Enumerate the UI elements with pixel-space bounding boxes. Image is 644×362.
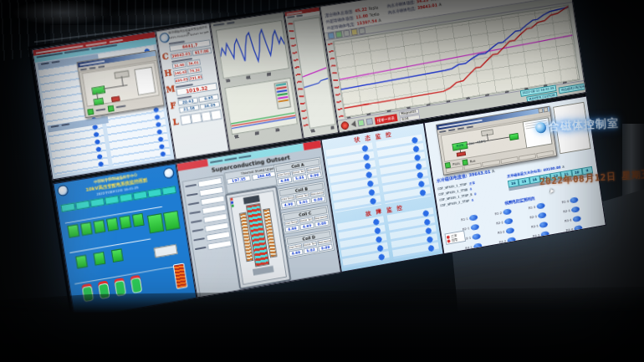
checkbox-green[interactable]	[87, 108, 94, 115]
resistance-cell-label: R3-3	[531, 223, 539, 228]
breaker-box[interactable]	[111, 248, 124, 263]
chmfl-letter: L	[172, 117, 179, 127]
resistance-cell-label: R3-4	[565, 217, 572, 222]
resistance-indicator	[471, 223, 480, 230]
resistance-cell: R5-2	[500, 242, 534, 249]
mouse-cursor	[550, 189, 555, 194]
resistance-indicator	[542, 240, 551, 247]
screen-superconducting-outsert: Superconducting Outsert Thermal Shield U…	[176, 140, 341, 298]
cdf-tag-value: 0	[471, 197, 473, 203]
resistance-legend: 正常 报警	[445, 231, 466, 245]
checkbox-run-label: Run	[469, 158, 476, 163]
chmfl-letter: C	[161, 52, 169, 62]
breaker-box[interactable]	[106, 217, 119, 232]
flow-node-green[interactable]	[93, 98, 104, 106]
resistance-cell: R4-3	[532, 227, 566, 239]
checkbox-green[interactable]	[108, 105, 115, 111]
feeder-box[interactable]	[163, 211, 181, 231]
flow-node-red	[111, 96, 120, 102]
b4-control-dialog[interactable]: RUN ALL : RMPS Plots	[436, 106, 557, 176]
breaker-box[interactable]	[119, 215, 131, 229]
speaker-icon[interactable]	[350, 120, 356, 128]
resistance-indicator	[571, 206, 580, 212]
safety-value-3: 817.06	[192, 48, 212, 56]
alarm-banner[interactable]: 报警一览表	[375, 114, 397, 125]
resistance-cell-label: R1-2	[494, 211, 502, 216]
chmfl-letter: H	[164, 68, 173, 78]
fault-rows-right	[387, 207, 440, 259]
floor	[0, 287, 644, 362]
toolbar-icon[interactable]	[366, 118, 374, 125]
bus-line	[69, 238, 151, 253]
flow-node-green[interactable]	[509, 133, 519, 140]
resistance-indicator	[539, 221, 549, 227]
resistance-indicator	[574, 224, 583, 231]
coil-inlet-value: 4.90	[281, 201, 296, 209]
coil-outlet-value: 4.89	[299, 222, 314, 231]
toolbar-icon[interactable]	[350, 28, 358, 36]
resistance-indicator	[503, 208, 512, 215]
breaker-box[interactable]	[132, 213, 145, 227]
resistance-indicator	[573, 215, 582, 222]
toolbar-icon[interactable]	[343, 29, 350, 37]
inner-current-value: 39643.01	[417, 3, 438, 10]
breaker-box[interactable]	[93, 220, 105, 234]
resistance-cell-label: R4-2	[498, 239, 506, 244]
resistance-cell-label: R4-3	[533, 233, 540, 238]
toolbar-icon[interactable]	[359, 28, 366, 35]
max-current-unit: A	[562, 165, 565, 169]
toolbar-icon[interactable]	[328, 32, 335, 39]
total-field-unit: Tesla	[368, 5, 378, 11]
minimize-icon[interactable]	[538, 108, 543, 114]
bus-line	[74, 264, 184, 284]
resistance-cell-label: R4-4	[565, 227, 573, 232]
outer-current-value: 13397.54	[356, 18, 377, 26]
coil-panel: Coil D Inlet Temp Outlet Temp Resistance…	[284, 229, 335, 259]
resistance-cell-label: R5-4	[567, 237, 575, 242]
transformer-symbol	[130, 278, 142, 294]
coil-resistance-value: 0.00	[310, 196, 325, 204]
breaker-box[interactable]	[80, 222, 93, 236]
control-room-scene: 稳态强磁场实验装置安全保护系统 Safety Protection System…	[0, 0, 644, 362]
dialog-listbox[interactable]	[134, 67, 156, 96]
resistance-cell-label: R6-4	[569, 246, 576, 250]
resistance-cell-label: R4-1	[465, 245, 473, 250]
outer-field-unit: Tesla	[369, 11, 379, 17]
resistance-indicator	[507, 237, 516, 243]
breaker-box[interactable]	[75, 255, 88, 269]
flow-run-node[interactable]	[91, 85, 105, 94]
resistance-indicator	[504, 217, 514, 224]
resistance-indicator	[509, 246, 518, 250]
resistance-cell: R5-1	[467, 248, 501, 249]
outer-current-unit: A	[378, 18, 381, 23]
feeder-box[interactable]	[147, 213, 165, 233]
status-system: 混合磁体控制系统	[559, 83, 586, 94]
close-icon[interactable]	[543, 107, 548, 113]
coil-inlet-value: 4.86	[284, 225, 299, 233]
resistance-cell: R5-3	[534, 237, 568, 248]
breaker-box[interactable]	[93, 252, 105, 266]
coil-inlet-value: 4.88	[289, 249, 304, 257]
breaker-box[interactable]	[67, 224, 79, 238]
power-label-box	[154, 244, 178, 257]
coil-outlet-value: 5.05	[292, 174, 307, 182]
resistance-cell-label: R5-2	[500, 248, 508, 250]
resistance-indicator	[544, 249, 553, 250]
resistance-cell-label: R2-3	[529, 214, 537, 219]
resistance-cell: R4-2	[498, 233, 533, 245]
resistance-cell-label: R3-2	[498, 229, 505, 234]
safety-pair-value: 21.58	[179, 105, 200, 114]
coil-inlet-value: 4.88	[278, 176, 293, 185]
resistance-cell: R4-1	[465, 239, 499, 249]
legend-label: 报警	[452, 237, 458, 242]
resistance-indicator	[540, 231, 549, 237]
toolbar-icon[interactable]	[335, 31, 343, 38]
resistance-indicator	[538, 212, 547, 218]
power-icon[interactable]	[340, 121, 350, 130]
resistance-indicator	[506, 227, 515, 233]
inner-current-unit: A	[438, 2, 442, 7]
resistance-indicator	[473, 242, 483, 249]
toolbar-icon[interactable]	[357, 120, 365, 127]
status-rows-right	[376, 135, 431, 205]
coil-resistance-value: 0.00	[318, 243, 333, 252]
